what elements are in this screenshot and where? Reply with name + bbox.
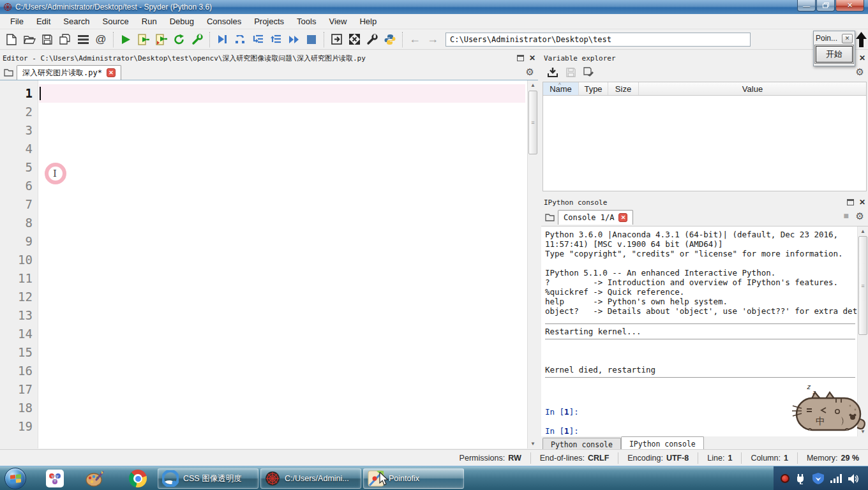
menu-item[interactable]: View	[322, 15, 353, 28]
interrupt-kernel-icon[interactable]: ■	[844, 211, 849, 221]
debug-file-button[interactable]	[213, 31, 231, 48]
security-shield-icon[interactable]	[812, 473, 824, 484]
status-column: Column:1	[741, 452, 797, 464]
debug-fast-forward-button[interactable]	[285, 31, 303, 48]
fullscreen-button[interactable]	[345, 31, 363, 48]
file-switcher-button[interactable]	[74, 31, 92, 48]
python-env-button[interactable]	[381, 31, 399, 48]
menu-item[interactable]: Debug	[163, 15, 200, 28]
editor-pane-header: Editor - C:\Users\Administrator\Desktop\…	[0, 52, 538, 64]
editor-text-area[interactable]: 12345678910111213141516171819 I ▲ ≡ ▼	[0, 80, 538, 449]
pinned-app-button[interactable]	[42, 468, 68, 489]
tab-close-icon[interactable]: ✕	[107, 68, 116, 77]
scroll-up-icon[interactable]: ▲	[529, 82, 537, 88]
save-button[interactable]	[38, 31, 56, 48]
import-data-button[interactable]	[544, 63, 562, 81]
console-options-gear-icon[interactable]: ⚙	[856, 211, 864, 222]
browse-tabs-button[interactable]	[541, 211, 558, 225]
menu-item[interactable]: Tools	[290, 15, 322, 28]
tab-ipython-console[interactable]: IPython console	[621, 436, 704, 450]
run-configure-button[interactable]	[188, 31, 206, 48]
symbol-finder-button[interactable]: @	[92, 31, 110, 48]
editor-scrollbar-thumb[interactable]: ≡	[528, 91, 537, 154]
column-header-size[interactable]: Size	[608, 82, 639, 95]
import-data-icon	[548, 68, 558, 77]
column-header-name[interactable]: ˄ Name	[543, 82, 579, 95]
close-pane-icon[interactable]: ✕	[859, 54, 865, 63]
maximize-pane-button[interactable]	[327, 31, 345, 48]
menu-item[interactable]: Run	[135, 15, 163, 28]
menu-item[interactable]: Edit	[30, 15, 57, 28]
close-button[interactable]: ✕	[835, 0, 864, 11]
line-number: 15	[0, 343, 38, 362]
forward-button[interactable]: →	[424, 31, 442, 48]
pinned-paint-button[interactable]	[82, 468, 107, 489]
restore-button[interactable]	[816, 0, 835, 11]
close-pane-icon[interactable]: ✕	[529, 54, 535, 63]
debug-continue-button[interactable]	[231, 31, 249, 48]
column-header-type[interactable]: Type	[579, 82, 608, 95]
line-number: 11	[0, 269, 38, 288]
run-button[interactable]	[117, 31, 135, 48]
maximize-pane-icon	[331, 34, 342, 45]
menu-item[interactable]: Consoles	[200, 15, 248, 28]
taskbar-button-spyder[interactable]: C:/Users/Admini...	[260, 468, 361, 489]
recording-indicator-icon[interactable]	[781, 474, 789, 483]
editor-options-gear-icon[interactable]: ⚙	[526, 66, 534, 78]
console-scrollbar-thumb[interactable]: ≡	[858, 236, 867, 335]
network-signal-icon[interactable]	[830, 474, 842, 483]
new-file-button[interactable]	[3, 31, 20, 48]
volume-icon[interactable]	[848, 474, 859, 484]
title-bar[interactable]: C:/Users/Administrator/Desktop/test - Sp…	[0, 0, 868, 14]
wrench-icon	[366, 34, 378, 45]
console-tab[interactable]: Console 1/A ✕	[558, 210, 633, 225]
line-number: 17	[0, 380, 38, 399]
open-file-button[interactable]	[20, 31, 38, 48]
debug-stop-button[interactable]	[303, 31, 320, 48]
pointofix-start-button[interactable]: 开始	[816, 46, 853, 63]
undock-pane-icon[interactable]	[847, 199, 854, 205]
line-number: 1	[0, 84, 38, 103]
pinned-app-icon	[46, 470, 64, 487]
tab-close-icon[interactable]: ✕	[618, 213, 627, 222]
menu-item[interactable]: Help	[353, 15, 383, 28]
save-data-as-button[interactable]	[580, 63, 597, 81]
taskbar-button-pointofix[interactable]: Pointofix	[363, 468, 464, 489]
taskbar-button-qq-browser[interactable]: CSS 图像透明度	[158, 468, 258, 489]
editor-pane-title: Editor - C:\Users\Administrator\Desktop\…	[3, 54, 366, 63]
pinned-chrome-button[interactable]	[125, 468, 151, 489]
tab-python-console[interactable]: Python console	[542, 438, 621, 450]
undock-pane-icon[interactable]	[517, 55, 524, 61]
back-button[interactable]: ←	[406, 31, 424, 48]
variable-explorer-options-gear-icon[interactable]: ⚙	[856, 66, 864, 78]
scroll-down-icon[interactable]: ▼	[529, 441, 537, 447]
run-cell-advance-button[interactable]	[153, 31, 170, 48]
pointofix-window[interactable]: Poin... ✕ 开始	[813, 31, 855, 66]
browse-tabs-button[interactable]	[0, 66, 17, 80]
start-button[interactable]	[4, 468, 26, 489]
menu-item[interactable]: Source	[96, 15, 135, 28]
save-data-button[interactable]	[562, 63, 580, 81]
close-pane-icon[interactable]: ✕	[859, 198, 865, 207]
console-output[interactable]: Python 3.6.0 |Anaconda 4.3.1 (64-bit)| (…	[541, 226, 868, 436]
menu-item[interactable]: Projects	[248, 15, 290, 28]
variable-explorer-pane: Variable explorer ✕ ⚙ ˄ Name Typ	[541, 52, 868, 194]
run-cell-button[interactable]	[135, 31, 153, 48]
debug-step-into-button[interactable]	[249, 31, 267, 48]
pointofix-close-button[interactable]: ✕	[842, 34, 853, 43]
tools-button[interactable]	[363, 31, 381, 48]
console-pane-title: IPython console	[544, 198, 607, 207]
column-header-value[interactable]: Value	[639, 82, 866, 95]
debug-step-return-button[interactable]	[267, 31, 285, 48]
editor-tab[interactable]: 深入研究图片读取.py* ✕	[17, 65, 121, 80]
save-all-button[interactable]	[56, 31, 74, 48]
power-plug-icon[interactable]	[796, 473, 806, 484]
minimize-button[interactable]: —	[797, 0, 816, 11]
menu-item[interactable]: File	[4, 15, 30, 28]
scroll-up-icon[interactable]: ▲	[859, 228, 867, 234]
rerun-cell-button[interactable]	[170, 31, 188, 48]
working-directory-input[interactable]: C:\Users\Administrator\Desktop\test	[445, 33, 751, 47]
editor-scrollbar[interactable]: ▲ ≡ ▼	[527, 80, 538, 449]
variable-table[interactable]: ˄ Name Type Size Value	[542, 82, 867, 191]
menu-item[interactable]: Search	[57, 15, 96, 28]
